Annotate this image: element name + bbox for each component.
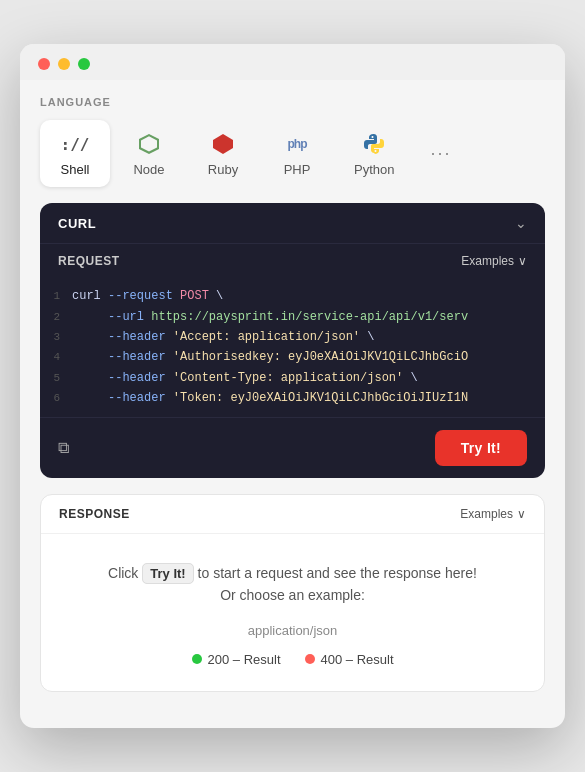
response-panel: RESPONSE Examples ∨ Click Try It! to sta… [40, 494, 545, 692]
language-tabs: :// Shell Node Ruby php [40, 120, 545, 187]
tab-ruby[interactable]: Ruby [188, 120, 258, 187]
response-panel-header: RESPONSE Examples ∨ [41, 495, 544, 534]
close-dot[interactable] [38, 58, 50, 70]
ruby-icon [209, 130, 237, 158]
shell-icon: :// [61, 130, 89, 158]
code-block: 1 curl --request POST \ 2 --url https://… [40, 278, 545, 416]
examples-chevron-icon: ∨ [518, 254, 527, 268]
request-examples-button[interactable]: Examples ∨ [461, 254, 527, 268]
curl-panel: CURL ⌄ REQUEST Examples ∨ 1 curl --reque… [40, 203, 545, 477]
minimize-dot[interactable] [58, 58, 70, 70]
status-200-badge[interactable]: 200 – Result [192, 652, 281, 667]
code-line-3: 3 --header 'Accept: application/json' \ [40, 327, 545, 347]
maximize-dot[interactable] [78, 58, 90, 70]
status-400-dot [305, 654, 315, 664]
response-examples-chevron-icon: ∨ [517, 507, 526, 521]
curl-footer: ⧉ Try It! [40, 417, 545, 478]
response-status-codes: 200 – Result 400 – Result [61, 652, 524, 667]
code-line-2: 2 --url https://paysprint.in/service-api… [40, 307, 545, 327]
language-section-label: LANGUAGE [40, 96, 545, 108]
try-it-button[interactable]: Try It! [435, 430, 527, 466]
request-label: REQUEST [58, 254, 120, 268]
svg-marker-0 [213, 134, 233, 154]
curl-title: CURL [58, 216, 96, 231]
status-400-label: 400 – Result [321, 652, 394, 667]
response-hint: Click Try It! to start a request and see… [61, 562, 524, 607]
try-it-inline-label: Try It! [142, 563, 193, 584]
python-icon [360, 130, 388, 158]
titlebar [20, 44, 565, 80]
response-label: RESPONSE [59, 507, 130, 521]
tab-node[interactable]: Node [114, 120, 184, 187]
code-line-1: 1 curl --request POST \ [40, 286, 545, 306]
request-section-header: REQUEST Examples ∨ [40, 244, 545, 278]
app-window: LANGUAGE :// Shell Node Ruby [20, 44, 565, 728]
php-icon: php [283, 130, 311, 158]
status-400-badge[interactable]: 400 – Result [305, 652, 394, 667]
curl-panel-header: CURL ⌄ [40, 203, 545, 244]
status-200-dot [192, 654, 202, 664]
tab-php[interactable]: php PHP [262, 120, 332, 187]
response-body: Click Try It! to start a request and see… [41, 534, 544, 691]
code-line-5: 5 --header 'Content-Type: application/js… [40, 368, 545, 388]
code-line-4: 4 --header 'Authorisedkey: eyJ0eXAiOiJKV… [40, 347, 545, 367]
tab-python[interactable]: Python [336, 120, 412, 187]
more-languages-button[interactable]: ··· [420, 135, 461, 172]
status-200-label: 200 – Result [208, 652, 281, 667]
node-icon [135, 130, 163, 158]
copy-button[interactable]: ⧉ [58, 439, 69, 457]
tab-shell[interactable]: :// Shell [40, 120, 110, 187]
curl-collapse-icon[interactable]: ⌄ [515, 215, 527, 231]
response-content-type: application/json [61, 623, 524, 638]
code-line-6: 6 --header 'Token: eyJ0eXAiOiJKV1QiLCJhb… [40, 388, 545, 408]
response-examples-button[interactable]: Examples ∨ [460, 507, 526, 521]
copy-icon: ⧉ [58, 439, 69, 456]
